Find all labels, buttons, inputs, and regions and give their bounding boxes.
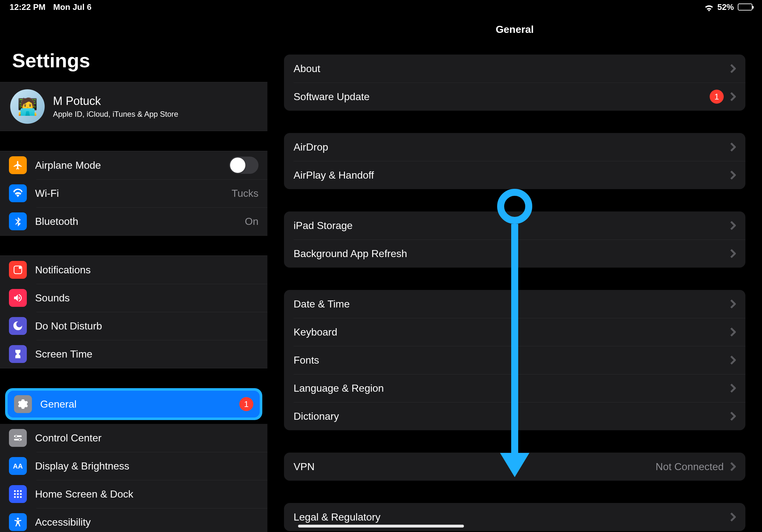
detail-row-ipad-storage[interactable]: iPad Storage	[284, 212, 745, 239]
detail-row-background-app-refresh[interactable]: Background App Refresh	[284, 239, 745, 268]
wifi-value: Tucks	[232, 187, 259, 199]
svg-point-1	[19, 266, 21, 269]
sidebar-item-airplane-mode[interactable]: Airplane Mode	[0, 151, 267, 179]
gear-icon	[14, 395, 32, 413]
detail-row-language-region[interactable]: Language & Region	[284, 374, 745, 402]
display-icon: AA	[9, 457, 27, 475]
sidebar-title: Settings	[0, 14, 267, 82]
moon-icon	[9, 317, 27, 335]
battery-percentage: 52%	[717, 2, 734, 12]
detail-title: General	[284, 14, 745, 54]
chevron-right-icon	[730, 221, 736, 230]
general-badge: 1	[239, 397, 253, 411]
sidebar-item-notifications[interactable]: Notifications	[0, 256, 267, 284]
sidebar-item-label: Sounds	[35, 292, 259, 304]
detail-row-software-update[interactable]: Software Update 1	[284, 83, 745, 111]
sidebar-item-label: Display & Brightness	[35, 460, 259, 472]
detail-row-vpn[interactable]: VPN Not Connected	[284, 453, 745, 481]
svg-rect-13	[14, 496, 16, 498]
sidebar-item-label: Home Screen & Dock	[35, 488, 259, 500]
sidebar-item-do-not-disturb[interactable]: Do Not Disturb	[0, 312, 267, 340]
status-bar: 12:22 PM Mon Jul 6 52%	[0, 0, 762, 14]
avatar: 🧑‍💻	[10, 89, 45, 124]
detail-label: iPad Storage	[294, 220, 724, 232]
detail-pane[interactable]: General About Software Update 1 AirDrop …	[267, 14, 762, 532]
detail-row-fonts[interactable]: Fonts	[284, 346, 745, 374]
sidebar-item-label: Accessibility	[35, 516, 259, 528]
chevron-right-icon	[730, 142, 736, 152]
airplane-toggle[interactable]	[229, 157, 259, 174]
chevron-right-icon	[730, 412, 736, 421]
sidebar-item-label: Airplane Mode	[35, 160, 221, 171]
chevron-right-icon	[730, 299, 736, 309]
detail-label: AirPlay & Handoff	[294, 169, 724, 181]
sidebar-item-label: Do Not Disturb	[35, 320, 259, 332]
detail-row-airplay-handoff[interactable]: AirPlay & Handoff	[284, 161, 745, 189]
svg-rect-12	[20, 493, 22, 495]
bluetooth-value: On	[245, 216, 259, 228]
sidebar-item-general-selected[interactable]: General 1	[5, 388, 262, 420]
wifi-icon	[9, 184, 27, 202]
svg-rect-8	[17, 490, 19, 492]
software-update-badge: 1	[710, 90, 724, 104]
svg-rect-7	[14, 490, 16, 492]
detail-row-keyboard[interactable]: Keyboard	[284, 318, 745, 346]
detail-label: About	[294, 63, 724, 75]
accessibility-icon	[9, 513, 27, 531]
svg-rect-11	[17, 493, 19, 495]
svg-text:AA: AA	[13, 462, 23, 470]
chevron-right-icon	[730, 92, 736, 101]
account-subtitle: Apple ID, iCloud, iTunes & App Store	[53, 110, 178, 119]
svg-point-5	[19, 438, 21, 441]
apple-id-row[interactable]: 🧑‍💻 M Potuck Apple ID, iCloud, iTunes & …	[0, 82, 267, 131]
detail-label: Background App Refresh	[294, 248, 724, 260]
svg-rect-14	[17, 496, 19, 498]
detail-label: Dictionary	[294, 411, 724, 422]
chevron-right-icon	[730, 512, 736, 522]
svg-point-4	[15, 435, 17, 437]
sidebar-item-control-center[interactable]: Control Center	[0, 424, 267, 452]
chevron-right-icon	[730, 462, 736, 471]
sidebar-item-display-brightness[interactable]: AA Display & Brightness	[0, 452, 267, 480]
detail-label: VPN	[294, 461, 649, 473]
sidebar-item-wifi[interactable]: Wi-Fi Tucks	[0, 179, 267, 207]
chevron-right-icon	[730, 355, 736, 365]
chevron-right-icon	[730, 383, 736, 393]
sounds-icon	[9, 289, 27, 307]
status-date: Mon Jul 6	[53, 2, 92, 12]
notifications-icon	[9, 261, 27, 279]
battery-icon	[738, 4, 752, 11]
sidebar-item-screen-time[interactable]: Screen Time	[0, 340, 267, 368]
sidebar-item-label: Screen Time	[35, 348, 259, 360]
chevron-right-icon	[730, 249, 736, 258]
hourglass-icon	[9, 345, 27, 363]
chevron-right-icon	[730, 327, 736, 337]
detail-row-dictionary[interactable]: Dictionary	[284, 402, 745, 430]
sidebar-item-home-screen-dock[interactable]: Home Screen & Dock	[0, 480, 267, 508]
detail-label: Language & Region	[294, 382, 724, 394]
detail-row-airdrop[interactable]: AirDrop	[284, 133, 745, 161]
detail-label: Software Update	[294, 91, 703, 103]
detail-label: Fonts	[294, 354, 724, 366]
detail-label: Keyboard	[294, 326, 724, 338]
sidebar-item-label: Notifications	[35, 264, 259, 276]
settings-sidebar[interactable]: Settings 🧑‍💻 M Potuck Apple ID, iCloud, …	[0, 14, 267, 532]
sidebar-item-label: General	[40, 398, 231, 410]
home-indicator[interactable]	[298, 525, 464, 528]
detail-row-date-time[interactable]: Date & Time	[284, 290, 745, 318]
vpn-value: Not Connected	[656, 461, 724, 473]
grid-icon	[9, 485, 27, 503]
bluetooth-icon	[9, 212, 27, 230]
sidebar-item-bluetooth[interactable]: Bluetooth On	[0, 207, 267, 235]
wifi-icon	[705, 4, 714, 10]
detail-label: Legal & Regulatory	[294, 511, 724, 523]
sidebar-item-sounds[interactable]: Sounds	[0, 284, 267, 312]
svg-rect-9	[20, 490, 22, 492]
account-name: M Potuck	[53, 95, 178, 108]
svg-point-16	[17, 518, 19, 520]
status-time: 12:22 PM	[10, 2, 45, 12]
detail-row-about[interactable]: About	[284, 54, 745, 83]
detail-label: Date & Time	[294, 298, 724, 310]
detail-label: AirDrop	[294, 141, 724, 153]
sidebar-item-accessibility[interactable]: Accessibility	[0, 508, 267, 532]
